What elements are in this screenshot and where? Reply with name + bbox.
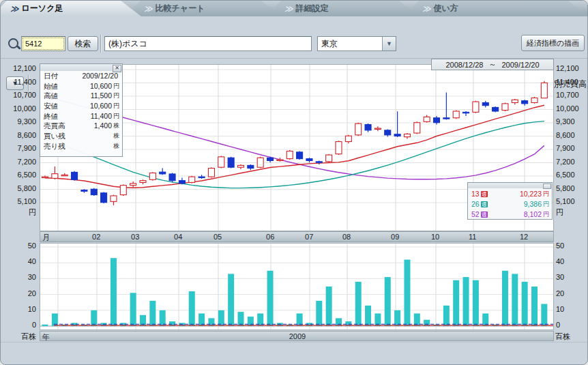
- date-end: 2009/12/20: [502, 61, 540, 69]
- info-value: 2009/12/20: [58, 72, 118, 81]
- volume-tick-label: 40: [2, 257, 36, 265]
- info-value: 10,600: [58, 82, 112, 91]
- price-tick-label: 10,700: [556, 91, 579, 99]
- price-tick-label: 5,800: [2, 184, 36, 192]
- quote-info-row: 売り残株: [40, 141, 122, 151]
- ma-period: 52: [471, 210, 480, 218]
- price-tick-label: 5,800: [556, 184, 575, 192]
- price-tick-label: 6,500: [556, 171, 575, 179]
- month-tick-label: 03: [131, 233, 139, 241]
- price-axis-unit: 円: [556, 207, 563, 218]
- price-tick-label: 7,200: [2, 158, 36, 166]
- price-tick-label: 9,300: [2, 117, 36, 126]
- volume-tick-label: 10: [2, 305, 36, 313]
- ma-legend-box: 13週10,223円26週9,386円52週8,102円: [467, 182, 553, 220]
- ma-legend-row: 13週10,223円: [468, 188, 552, 199]
- month-axis-bar: 月0203040506070809101112: [40, 231, 554, 242]
- ma-legend-header: [468, 183, 552, 188]
- year-label: 2009: [40, 332, 555, 340]
- month-tick-label: 05: [214, 233, 222, 241]
- price-tick-label: 6,500: [2, 171, 36, 179]
- ma-period: 13: [471, 190, 480, 198]
- quote-info-row: 高値11,500円: [40, 91, 122, 101]
- info-label: 始値: [44, 82, 58, 91]
- ma-legend-row: 52週8,102円: [468, 209, 552, 219]
- ma-badge: 週: [481, 201, 488, 207]
- quote-info-row: 売買高1,400株: [40, 121, 122, 131]
- price-tick-label: 12,100: [556, 64, 579, 72]
- tab-candlestick[interactable]: ≫ ローソク足: [1, 1, 141, 16]
- price-tick-label: 5,100: [2, 197, 36, 205]
- volume-axis-unit: 百株: [2, 332, 36, 342]
- info-label: 買い残: [44, 132, 65, 141]
- price-tick-label: 12,100: [2, 64, 36, 72]
- info-label: 終値: [44, 112, 58, 121]
- ma-unit: 円: [543, 210, 549, 219]
- tab-compare-chart[interactable]: ≫ 比較チャート: [134, 1, 282, 16]
- price-tick-label: 11,400: [2, 78, 36, 86]
- price-axis-unit: 円: [2, 207, 36, 218]
- month-tick-label: 10: [431, 233, 439, 241]
- volume-axis-unit: 百株: [555, 332, 570, 342]
- ma-value: 10,223: [488, 190, 542, 198]
- info-unit: 円: [113, 91, 119, 101]
- volume-tick-label: 50: [2, 242, 36, 250]
- year-axis-bar: 年 2009: [40, 331, 554, 341]
- info-unit: 株: [113, 132, 119, 141]
- info-unit: 円: [113, 102, 119, 111]
- volume-chart-area[interactable]: [40, 243, 554, 330]
- price-tick-label: 7,900: [556, 144, 575, 152]
- quote-info-row: 日付2009/12/20: [40, 71, 122, 81]
- price-tick-label: 8,600: [2, 131, 36, 139]
- toolbar-row-period: ▼ 日足 週足 月足 1年間 ▼ 任意期間 印 刷 移動平均線 一目均衡表 価格…: [1, 38, 588, 59]
- quote-info-row: 安値10,600円: [40, 101, 122, 111]
- bottom-control-bar: ✓ 売買高表示 ✓ 売 買 信用残表示 ---選択して下さい--- ▼ 移動 ▼…: [1, 342, 588, 365]
- date-start: 2008/12/28: [445, 61, 483, 69]
- volume-tick-label: 50: [556, 242, 564, 250]
- ma-value: 8,102: [488, 210, 542, 218]
- info-box-header: ✕: [40, 64, 122, 71]
- tab-label: 詳細設定: [296, 3, 329, 14]
- price-tick-label: 9,300: [556, 117, 575, 126]
- info-label: 日付: [44, 72, 58, 81]
- quote-info-row: 始値10,600円: [40, 81, 122, 91]
- info-label: 売買高: [44, 121, 65, 131]
- info-value: 10,600: [58, 102, 112, 111]
- minimize-icon[interactable]: [543, 184, 551, 189]
- info-unit: 株: [113, 142, 119, 151]
- info-value: 1,400: [65, 121, 113, 131]
- price-tick-label: 7,200: [556, 158, 575, 166]
- date-tilde: ～: [489, 59, 497, 70]
- price-tick-label: 11,400: [556, 78, 578, 86]
- tab-chevron-icon: ≫: [422, 4, 430, 14]
- month-axis-title: 月: [42, 233, 50, 243]
- quote-info-box: ✕ 日付2009/12/20始値10,600円高値11,500円安値10,600…: [40, 63, 123, 157]
- volume-tick-label: 20: [556, 289, 564, 297]
- info-value: [65, 142, 112, 151]
- tab-bar: ≫ ローソク足 ≫ 比較チャート ≫ 詳細設定 ≫ 使い方: [1, 1, 588, 16]
- price-tick-label: 7,900: [2, 144, 36, 152]
- month-tick-label: 06: [266, 233, 274, 241]
- volume-tick-label: 0: [556, 321, 560, 329]
- info-unit: 株: [113, 121, 119, 131]
- tab-how-to-use[interactable]: ≫ 使い方: [413, 1, 588, 16]
- info-value: 11,400: [58, 112, 112, 121]
- info-value: [65, 132, 112, 141]
- price-tick-label: 8,600: [556, 131, 575, 139]
- ma-value: 9,386: [488, 200, 542, 208]
- volume-tick-label: 0: [2, 321, 36, 329]
- tab-detail-settings[interactable]: ≫ 詳細設定: [275, 1, 420, 16]
- info-unit: 円: [113, 112, 119, 121]
- toolbar-row-search: 検索 東京 ▼ 経済指標の描画: [1, 16, 588, 39]
- volume-chart: [40, 244, 553, 330]
- tab-chevron-icon: ≫: [144, 4, 151, 14]
- tab-label: ローソク足: [22, 3, 63, 14]
- volume-tick-label: 10: [556, 305, 564, 313]
- price-tick-label: 5,100: [556, 197, 575, 205]
- date-range-box: 2008/12/28 ～ 2009/12/20: [431, 59, 554, 70]
- quote-info-row: 買い残株: [40, 131, 122, 141]
- close-icon[interactable]: ✕: [113, 65, 121, 72]
- month-tick-label: 12: [520, 233, 528, 241]
- ma-unit: 円: [543, 190, 549, 199]
- info-label: 安値: [44, 102, 58, 111]
